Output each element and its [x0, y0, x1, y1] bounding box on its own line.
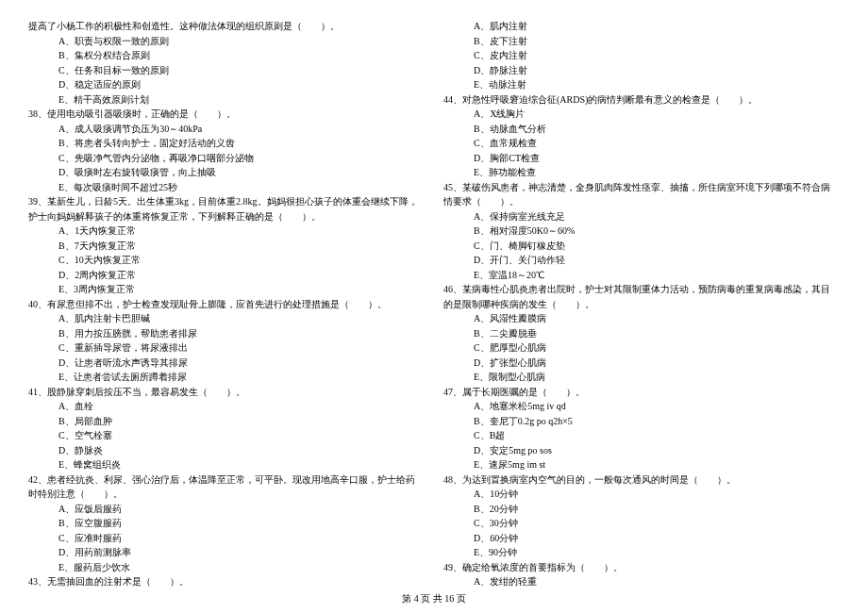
option-line: A、肌内注射 [443, 19, 840, 34]
option-line: B、集权分权结合原则 [28, 48, 425, 63]
option-line: C、重新插导尿管，将尿液排出 [28, 340, 425, 356]
exam-content: 提高了小杨工作的积极性和创造性。这种做法体现的组织原则是（ ）。A、职责与权限一… [28, 19, 840, 580]
question-line: 时特别注意（ ）。 [28, 487, 425, 502]
question-line: 护士向妈妈解释孩子的体重将恢复正常，下列解释正确的是（ ）。 [28, 209, 425, 224]
option-line: A、应饭后服药 [28, 502, 425, 517]
question-line: 的是限制哪种疾病的发生（ ）。 [443, 297, 840, 312]
option-line: E、室温18～20℃ [443, 268, 840, 283]
option-line: E、蜂窝组织炎 [28, 457, 425, 472]
option-line: B、二尖瓣脱垂 [443, 326, 840, 341]
option-line: B、相对湿度50K0～60% [443, 224, 840, 239]
question-line: 40、有尿意但排不出，护士检查发现耻骨上膨隆，应首先进行的处理措施是（ ）。 [28, 297, 425, 312]
page-footer: 第 4 页 共 16 页 [0, 592, 868, 605]
left-column: 提高了小杨工作的积极性和创造性。这种做法体现的组织原则是（ ）。A、职责与权限一… [28, 19, 425, 580]
option-line: C、10天内恢复正常 [28, 253, 425, 268]
option-line: D、60分钟 [443, 531, 840, 546]
option-line: A、保持病室光线充足 [443, 209, 840, 224]
option-line: B、动脉血气分析 [443, 122, 840, 137]
option-line: D、安定5mg po sos [443, 443, 840, 458]
option-line: A、X线胸片 [443, 107, 840, 122]
right-column: A、肌内注射B、皮下注射C、皮内注射D、静脉注射E、动脉注射44、对急性呼吸窘迫… [443, 19, 840, 580]
option-line: C、应准时服药 [28, 531, 425, 546]
option-line: C、先吸净气管内分泌物，再吸净口咽部分泌物 [28, 151, 425, 166]
option-line: C、肥厚型心肌病 [443, 340, 840, 356]
option-line: D、让患者听流水声诱导其排尿 [28, 356, 425, 371]
question-line: 44、对急性呼吸窘迫综合征(ARDS)的病情判断最有意义的检查是（ ）。 [443, 92, 840, 108]
option-line: A、风湿性瓣膜病 [443, 311, 840, 326]
option-line: A、地塞米松5mg iv qd [443, 399, 840, 414]
option-line: B、将患者头转向护士，固定好活动的义齿 [28, 136, 425, 151]
option-line: C、皮内注射 [443, 48, 840, 63]
option-line: D、静脉注射 [443, 63, 840, 78]
option-line: E、每次吸痰时间不超过25秒 [28, 180, 425, 195]
option-line: E、精干高效原则计划 [28, 92, 425, 108]
question-line: 43、无需抽回血的注射术是（ ）。 [28, 574, 425, 589]
question-line: 47、属于长期医嘱的是（ ）。 [443, 385, 840, 400]
option-line: E、90分钟 [443, 545, 840, 560]
question-line: 情要求（ ）。 [443, 194, 840, 209]
option-line: D、稳定适应的原则 [28, 77, 425, 92]
option-line: D、静脉炎 [28, 443, 425, 458]
question-line: 45、某破伤风患者，神志清楚，全身肌肉阵发性痉挛、抽搐，所住病室环境下列哪项不符… [443, 180, 840, 195]
question-line: 41、股静脉穿刺后按压不当，最容易发生（ ）。 [28, 385, 425, 400]
question-line: 48、为达到置换病室内空气的目的，一般每次通风的时间是（ ）。 [443, 472, 840, 488]
option-line: D、扩张型心肌病 [443, 356, 840, 371]
option-line: B、应空腹服药 [28, 516, 425, 531]
option-line: B、20分钟 [443, 502, 840, 517]
option-line: A、成人吸痰调节负压为30～40kPa [28, 122, 425, 137]
option-line: A、职责与权限一致的原则 [28, 34, 425, 49]
option-line: C、门、椅脚钉橡皮垫 [443, 239, 840, 254]
option-line: E、服药后少饮水 [28, 560, 425, 575]
option-line: D、用药前测脉率 [28, 545, 425, 560]
option-line: E、速尿5mg im st [443, 457, 840, 472]
option-line: C、任务和目标一致的原则 [28, 63, 425, 78]
question-line: 49、确定给氧浓度的首要指标为（ ）。 [443, 560, 840, 575]
option-line: D、吸痰时左右旋转吸痰管，向上抽吸 [28, 165, 425, 180]
option-line: C、B超 [443, 428, 840, 443]
option-line: E、让患者尝试去厕所蹲着排尿 [28, 370, 425, 385]
option-line: A、血栓 [28, 399, 425, 414]
option-line: A、10分钟 [443, 487, 840, 502]
option-line: C、空气栓塞 [28, 428, 425, 443]
option-line: E、3周内恢复正常 [28, 282, 425, 297]
option-line: D、开门、关门动作轻 [443, 253, 840, 268]
option-line: A、1天内恢复正常 [28, 224, 425, 239]
question-line: 38、使用电动吸引器吸痰时，正确的是（ ）。 [28, 107, 425, 122]
option-line: B、局部血肿 [28, 414, 425, 429]
option-line: B、7天内恢复正常 [28, 239, 425, 254]
option-line: D、2周内恢复正常 [28, 268, 425, 283]
option-line: E、限制型心肌病 [443, 370, 840, 385]
question-line: 提高了小杨工作的积极性和创造性。这种做法体现的组织原则是（ ）。 [28, 19, 425, 34]
option-line: D、胸部CT检查 [443, 151, 840, 166]
question-line: 39、某新生儿，日龄5天。出生体重3kg，目前体重2.8kg。妈妈很担心孩子的体… [28, 194, 425, 209]
option-line: A、发绀的轻重 [443, 574, 840, 589]
option-line: E、动脉注射 [443, 77, 840, 92]
option-line: A、肌内注射卡巴胆碱 [28, 311, 425, 326]
question-line: 46、某病毒性心肌炎患者出院时，护士对其限制重体力活动，预防病毒的重复病毒感染，… [443, 282, 840, 297]
option-line: C、血常规检查 [443, 136, 840, 151]
option-line: B、用力按压膀胱，帮助患者排尿 [28, 326, 425, 341]
option-line: C、30分钟 [443, 516, 840, 531]
question-line: 42、患者经抗炎、利尿、强心治疗后，体温降至正常，可平卧。现改用地高辛口服，护士… [28, 472, 425, 488]
option-line: B、奎尼丁0.2g po q2h×5 [443, 414, 840, 429]
option-line: B、皮下注射 [443, 34, 840, 49]
option-line: E、肺功能检查 [443, 165, 840, 180]
